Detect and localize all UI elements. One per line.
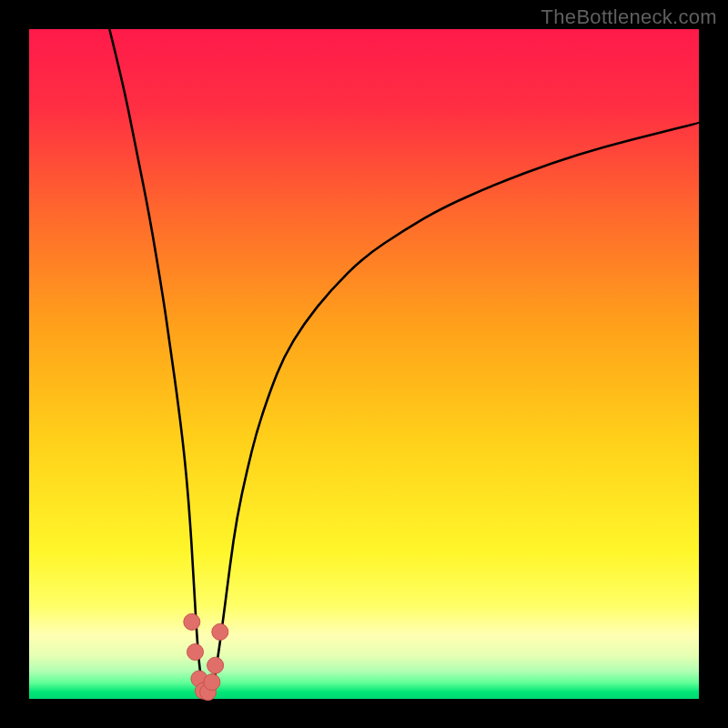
marker-dot <box>204 674 220 691</box>
marker-dot <box>207 657 224 673</box>
marker-dot <box>184 613 200 630</box>
marker-dot <box>187 644 204 661</box>
watermark-text: TheBottleneck.com <box>541 5 717 29</box>
chart-svg <box>29 29 699 699</box>
bottleneck-curve <box>109 29 699 698</box>
highlight-markers <box>184 613 228 700</box>
marker-dot <box>212 623 228 640</box>
plot-frame <box>29 29 699 699</box>
